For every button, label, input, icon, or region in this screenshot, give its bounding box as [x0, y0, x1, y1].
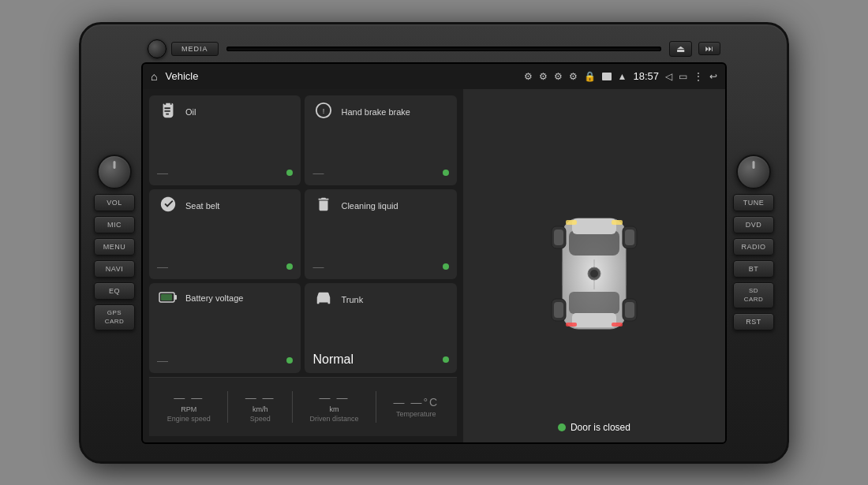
speed-unit: km/h: [253, 405, 268, 413]
right-side-controls: TUNE DVD RADIO BT SDCARD RST: [727, 32, 780, 453]
tune-knob[interactable]: [736, 155, 771, 189]
car-top-view: [547, 195, 642, 345]
head-unit: VOL MIC MENU NAVI EQ GPSCARD MEDIA ⏏ ⏭ ⌂…: [79, 22, 789, 464]
seatbelt-icon: [157, 196, 179, 217]
trunk-title: Trunk: [341, 295, 363, 304]
speed-label: Speed: [250, 415, 271, 423]
rpm-unit: RPM: [181, 405, 196, 413]
svg-rect-11: [572, 313, 616, 327]
speed-value: — —: [245, 391, 275, 404]
cleaning-icon: [312, 196, 335, 217]
rpm-value: — —: [174, 391, 204, 404]
media-button[interactable]: MEDIA: [171, 42, 219, 56]
oil-card[interactable]: Oil —: [149, 95, 301, 185]
svg-rect-25: [566, 220, 577, 225]
home-icon[interactable]: ⌂: [151, 70, 157, 83]
left-side-controls: VOL MIC MENU NAVI EQ GPSCARD: [88, 32, 141, 453]
dvd-button[interactable]: DVD: [733, 216, 774, 233]
more-options-icon[interactable]: ⋮: [694, 71, 703, 82]
trunk-status-dot: [443, 356, 449, 363]
gear-icon-1: ⚙: [524, 71, 533, 82]
handbrake-icon: !: [312, 102, 335, 123]
svg-text:!: !: [323, 106, 325, 114]
door-status-text: Door is closed: [571, 422, 630, 433]
time-display: 18:57: [633, 70, 659, 82]
temp-value: — —°C: [394, 396, 440, 409]
distance-value: — —: [320, 391, 350, 404]
handbrake-status-dot: [443, 170, 449, 176]
eject-button[interactable]: ⏏: [669, 41, 692, 57]
svg-rect-28: [612, 323, 623, 326]
gps-card-button[interactable]: GPSCARD: [94, 304, 135, 330]
radio-button[interactable]: RADIO: [733, 238, 774, 256]
tune-button[interactable]: TUNE: [733, 194, 774, 211]
battery-title: Battery voltage: [185, 293, 243, 303]
seatbelt-value: —: [157, 260, 168, 273]
trunk-value: Normal: [312, 353, 354, 367]
volume-knob[interactable]: [97, 155, 132, 189]
seatbelt-card[interactable]: Seat belt —: [149, 189, 301, 279]
car-panel: Door is closed: [463, 89, 725, 442]
menu-button[interactable]: MENU: [94, 238, 135, 256]
cleaning-status-dot: [443, 263, 449, 270]
gear-icon-2: ⚙: [539, 71, 548, 82]
status-bar: ⌂ Vehicle ⚙ ⚙ ⚙ ⚙ 🔒 ▲ 18:57 ◁ ▭ ⋮ ↩: [143, 64, 725, 89]
bt-button[interactable]: BT: [733, 260, 774, 278]
wifi-icon: ▲: [618, 71, 627, 82]
cleaning-title: Cleaning liquid: [341, 201, 398, 211]
back-icon[interactable]: ↩: [709, 71, 717, 82]
rst-button[interactable]: RST: [733, 313, 774, 330]
door-status-dot: [558, 423, 566, 431]
svg-rect-13: [554, 229, 563, 245]
navi-button[interactable]: NAVI: [94, 260, 135, 278]
gear-icon-4: ⚙: [569, 71, 578, 82]
skip-button[interactable]: ⏭: [698, 42, 720, 55]
trunk-icon: [312, 289, 335, 311]
temp-label: Temperature: [396, 410, 436, 418]
eq-button[interactable]: EQ: [94, 282, 135, 300]
speed-metric: — — km/h Speed: [245, 391, 275, 423]
info-row-3: + - Battery voltage —: [149, 283, 457, 373]
svg-rect-27: [566, 323, 577, 326]
rpm-label: Engine speed: [167, 415, 211, 423]
metric-divider-1: [227, 391, 228, 423]
metric-divider-2: [292, 391, 293, 423]
metrics-bar: — — RPM Engine speed — — km/h Speed —: [149, 377, 457, 436]
screen-container: MEDIA ⏏ ⏭ ⌂ Vehicle ⚙ ⚙ ⚙ ⚙ 🔒: [141, 32, 727, 453]
svg-rect-10: [572, 218, 616, 234]
svg-point-24: [590, 270, 598, 278]
oil-value: —: [157, 166, 168, 179]
mic-button[interactable]: MIC: [94, 216, 135, 233]
sd-card-button[interactable]: SDCARD: [733, 282, 774, 308]
svg-rect-15: [625, 229, 634, 245]
trunk-card[interactable]: Trunk Normal: [305, 283, 456, 373]
temp-metric: — —°C Temperature: [394, 396, 440, 418]
battery-status-dot: [286, 357, 293, 364]
vehicle-title: Vehicle: [165, 70, 518, 82]
svg-rect-26: [612, 220, 623, 225]
oil-status-dot: [286, 170, 293, 176]
info-row-1: Oil —: [149, 95, 457, 185]
cleaning-card[interactable]: Cleaning liquid —: [305, 189, 456, 279]
cleaning-value: —: [312, 260, 324, 273]
oil-icon: [157, 102, 179, 123]
physical-top-bar: MEDIA ⏏ ⏭: [141, 35, 727, 62]
vol-button[interactable]: VOL: [94, 194, 135, 211]
distance-unit: km: [330, 405, 339, 413]
svg-rect-19: [625, 302, 634, 318]
handbrake-value: —: [312, 166, 324, 179]
distance-label: Driven distance: [310, 415, 359, 423]
svg-rect-17: [554, 302, 563, 318]
oil-title: Oil: [185, 107, 196, 117]
signal-icon: [602, 73, 612, 80]
svg-rect-9: [569, 292, 619, 314]
phone-indicator-icon: [148, 39, 166, 58]
distance-metric: — — km Driven distance: [310, 391, 359, 423]
handbrake-card[interactable]: ! Hand brake brake —: [305, 95, 456, 185]
door-status: Door is closed: [558, 422, 630, 433]
battery-card[interactable]: + - Battery voltage —: [149, 283, 301, 373]
handbrake-title: Hand brake brake: [341, 107, 410, 117]
info-row-2: Seat belt —: [149, 189, 457, 279]
svg-rect-4: [161, 294, 172, 300]
volume-icon: ◁: [665, 71, 672, 82]
